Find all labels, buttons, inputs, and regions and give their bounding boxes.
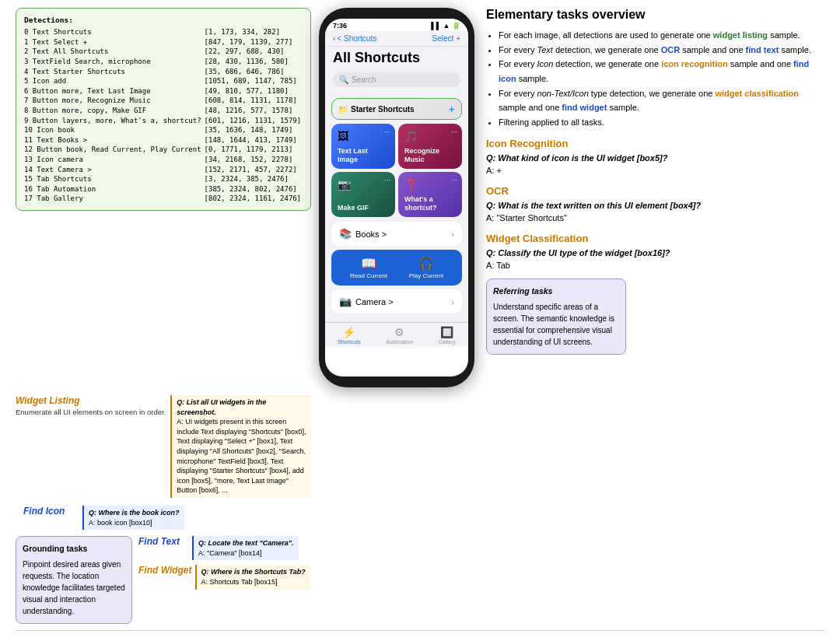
automation-tab-label: Automation [386,339,413,345]
phone-title: All Shortcuts [325,47,468,69]
add-icon[interactable]: + [449,103,455,115]
read-current-button[interactable]: 📖 Read Current [350,256,387,279]
books-row[interactable]: 📚 Books > › [331,222,462,246]
books-inner: 📚 Books > [339,228,387,240]
camera-chevron: › [451,297,454,306]
more-dots-0[interactable]: ··· [384,128,390,136]
phone-screen: 7:36 ▌▌ ▲ 🔋 ‹ < Shortcuts Select + [325,19,468,377]
find-widget-a: A: Shortcuts Tab [box15] [201,577,306,587]
find-text-row: Find Text Q: Locate the text "Camera". A… [138,536,311,560]
read-label: Read Current [350,272,387,279]
camera-icon: 📷 [339,296,352,307]
icon-recognition-a: A: + [486,164,824,177]
overview-bullet-3: For every non-Text/Icon type detection, … [499,86,824,115]
camera-row[interactable]: 📷 Camera > › [331,289,462,313]
find-text-q: Q: Locate the text "Camera". [198,538,294,548]
widget-listing-q: Q: List all UI widgets in the screenshot… [177,398,306,417]
back-chevron: ‹ [333,34,335,43]
left-annotations-col: Widget Listing Enumerate all UI elements… [16,395,311,624]
shortcut-label-1: Recognize Music [404,147,456,164]
phone-container: 7:36 ▌▌ ▲ 🔋 ‹ < Shortcuts Select + [319,8,474,387]
widget-listing-label-block: Widget Listing Enumerate all UI elements… [16,395,166,416]
find-icon-label: Find Icon [23,506,78,517]
status-icons: ▌▌ ▲ 🔋 [431,22,460,30]
shortcuts-tab-icon: ⚡ [342,326,355,338]
grounding-tasks-box: Grounding tasks Pinpoint desired areas g… [16,536,132,624]
find-icon-row: Find Icon Q: Where is the book icon? A: … [23,506,311,530]
widget-classification-section: Widget Classification Q: Classify the UI… [486,233,824,355]
gallery-tab-label: Gallery [439,339,456,345]
overview-bullet-4: Filtering applied to all tasks. [499,115,824,130]
overview-bullet-1: For every Text detection, we generate on… [499,43,824,58]
find-icon-qa: Q: Where is the book icon? A: book icon … [82,506,184,530]
icon-recognition-title: Icon Recognition [486,138,824,149]
overview-list: For each image, all detections are used … [486,28,824,130]
top-section: Detections: 0 Text Shortcuts 1 Text Sele… [16,8,824,387]
search-bar: 🔍 Search [325,69,468,93]
tab-shortcuts[interactable]: ⚡ Shortcuts [338,326,361,345]
icon-recognition-qa: Q: What kind of icon is the UI widget [b… [486,152,824,177]
play-current-button[interactable]: 🎧 Play Current [409,256,443,279]
caption-section: Fig. 3: Elementary task data generation … [16,630,824,641]
nav-bar: ‹ < Shortcuts Select + [325,31,468,47]
widget-class-a: A: Tab [486,259,824,272]
find-icon-a: A: book icon [box10] [89,518,180,528]
ocr-section: OCR Q: What is the text written on this … [486,185,824,225]
widget-listing-label: Widget Listing [16,395,166,406]
ocr-title: OCR [486,185,824,197]
more-dots-3[interactable]: ··· [451,176,457,184]
find-icon-label-block: Find Icon [23,506,78,518]
camera-inner: 📷 Camera > [339,296,394,307]
play-label: Play Current [409,272,443,279]
find-text-widget-col: Find Text Q: Locate the text "Camera". A… [138,536,311,589]
nav-select[interactable]: Select + [432,34,460,43]
find-text-label: Find Text [138,536,189,547]
audio-row[interactable]: 📖 Read Current 🎧 Play Current [331,250,462,285]
find-text-a: A: "Camera" [box14] [198,548,294,559]
shortcut-icon-2: 📷 [338,178,389,191]
referring-tasks-box: Referring tasks Understand specific area… [486,278,626,355]
find-widget-q: Q: Where is the Shortcuts Tab? [201,567,306,577]
find-widget-qa: Q: Where is the Shortcuts Tab? A: Shortc… [195,565,310,589]
ocr-q: Q: What is the text written on this UI e… [486,199,824,212]
detections-box: Detections: 0 Text Shortcuts 1 Text Sele… [16,8,311,211]
more-dots-2[interactable]: ··· [384,176,390,184]
shortcuts-grid: 🖼 Text Last Image ··· 🎵 Recognize Music … [331,124,462,217]
icon-recognition-q: Q: What kind of icon is the UI widget [b… [486,152,824,165]
search-input[interactable]: 🔍 Search [333,72,460,87]
detections-row: 0 Text Shortcuts 1 Text Select + 2 Text … [24,27,303,204]
automation-tab-icon: ⚙ [394,326,404,338]
tab-gallery[interactable]: 🔲 Gallery [439,326,456,345]
nav-back[interactable]: ‹ < Shortcuts [333,34,376,43]
phone-mockup: 7:36 ▌▌ ▲ 🔋 ‹ < Shortcuts Select + [319,8,474,387]
more-dots-1[interactable]: ··· [451,128,457,136]
shortcut-make-gif[interactable]: 📷 Make GIF ··· [331,172,395,217]
grounding-section: Grounding tasks Pinpoint desired areas g… [16,536,311,624]
gallery-tab-icon: 🔲 [440,326,453,338]
shortcut-recognize-music[interactable]: 🎵 Recognize Music ··· [398,124,462,169]
shortcut-text-last-image[interactable]: 🖼 Text Last Image ··· [331,124,395,169]
shortcut-whats-a[interactable]: ❓ What's a shortcut? ··· [398,172,462,217]
shortcut-label-3: What's a shortcut? [404,195,456,212]
tab-bar: ⚡ Shortcuts ⚙ Automation 🔲 Gallery [325,322,468,346]
find-text-qa: Q: Locate the text "Camera". A: "Camera"… [192,536,299,560]
widget-class-qa: Q: Classify the UI type of the widget [b… [486,247,824,272]
folder-icon: 📁 [338,105,348,114]
play-icon: 🎧 [418,256,434,271]
starter-label: 📁 Starter Shortcuts [338,105,415,114]
shortcut-label-0: Text Last Image [338,147,389,164]
read-icon: 📖 [361,256,376,271]
overview-panel: Elementary tasks overview For each image… [482,8,824,355]
shortcut-icon-0: 🖼 [338,130,389,142]
books-icon: 📚 [339,228,352,240]
middle-annotations: Widget Listing Enumerate all UI elements… [16,395,824,624]
referring-tasks-desc: Understand specific areas of a screen. T… [493,301,619,348]
overview-bullet-2: For every Icon detection, we generate on… [499,57,824,86]
referring-tasks-title: Referring tasks [493,285,619,298]
tab-automation[interactable]: ⚙ Automation [386,326,413,345]
main-container: Detections: 0 Text Shortcuts 1 Text Sele… [0,0,840,641]
shortcut-label-2: Make GIF [338,204,389,212]
status-bar: 7:36 ▌▌ ▲ 🔋 [325,19,468,31]
camera-label: Camera > [355,297,394,306]
detections-title: Detections: [24,15,303,25]
